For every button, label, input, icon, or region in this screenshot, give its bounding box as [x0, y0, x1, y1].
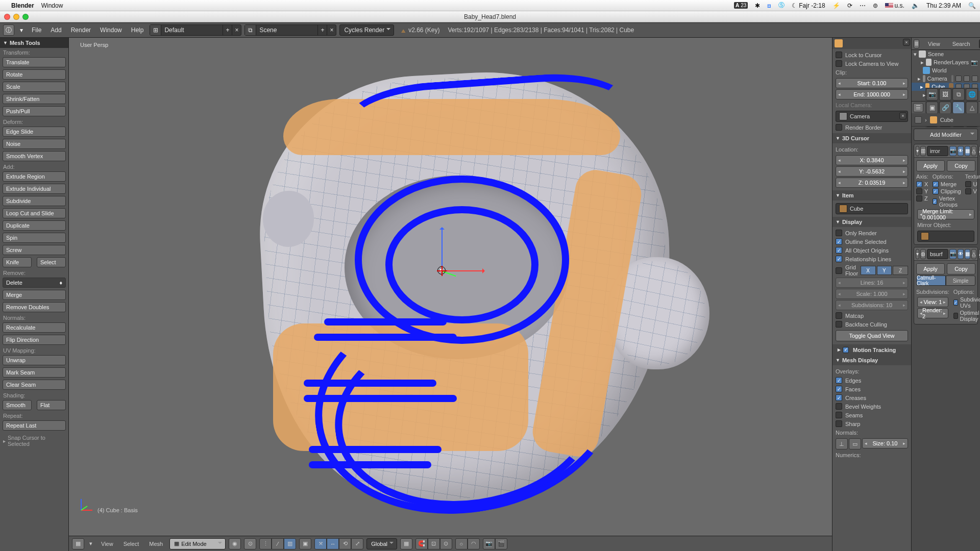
- adobe-updater-icon[interactable]: A 23: [734, 2, 748, 9]
- layers-icon[interactable]: ▦: [400, 538, 412, 549]
- header-collapse-icon[interactable]: ▾: [17, 24, 26, 36]
- loop-cut-button[interactable]: Loop Cut and Slide: [3, 208, 66, 218]
- push-pull-button[interactable]: Push/Pull: [3, 106, 66, 116]
- prayer-times-icon[interactable]: ☾ Fajr -2:18: [792, 2, 825, 9]
- opengl-anim-icon[interactable]: 🎬: [495, 538, 507, 549]
- subdivide-button[interactable]: Subdivide: [3, 196, 66, 206]
- axis-y-toggle[interactable]: Y: [877, 266, 892, 275]
- vertex-normal-icon[interactable]: ⊥: [836, 438, 848, 449]
- cursor-z-field[interactable]: ◂Z: 0.03519▸: [836, 178, 908, 188]
- 3d-cursor-panel-header[interactable]: 3D Cursor: [832, 133, 911, 143]
- only-render-checkbox[interactable]: [836, 230, 842, 236]
- outliner-row-world[interactable]: World: [912, 66, 980, 74]
- editor-type-3dview-icon[interactable]: ▦: [72, 538, 84, 549]
- recalculate-normals-button[interactable]: Recalculate: [3, 322, 66, 333]
- axis-z-toggle[interactable]: Z: [893, 266, 908, 275]
- modifiers-tab-icon[interactable]: 🔧: [952, 102, 965, 114]
- orientation-dropdown[interactable]: Global: [366, 538, 397, 549]
- header-collapse-icon[interactable]: ▾: [87, 538, 94, 549]
- opengl-render-icon[interactable]: 📷: [483, 538, 495, 549]
- mirror-z-checkbox[interactable]: [916, 195, 922, 202]
- scene-name[interactable]: Scene: [256, 27, 317, 34]
- editor-type-info-icon[interactable]: ⓘ: [3, 24, 14, 36]
- select-menu[interactable]: Select: [120, 541, 143, 547]
- render-visibility-icon[interactable]: 📷: [949, 249, 957, 259]
- renderlayers-tab-icon[interactable]: 🖼: [939, 88, 951, 101]
- pin-icon[interactable]: [915, 116, 922, 123]
- objectdata-tab-icon[interactable]: △: [966, 102, 978, 114]
- render-menu[interactable]: Render: [68, 27, 94, 34]
- view-menu[interactable]: View: [97, 541, 117, 547]
- edge-slide-button[interactable]: Edge Slide: [3, 127, 66, 137]
- smooth-vertex-button[interactable]: Smooth Vertex: [3, 151, 66, 161]
- input-source-icon[interactable]: u.s.: [885, 2, 904, 9]
- sync-icon[interactable]: ⋯: [860, 2, 866, 9]
- editmode-visibility-icon[interactable]: ▦: [965, 146, 970, 156]
- clipping-checkbox[interactable]: ✓: [933, 188, 939, 194]
- constraints-tab-icon[interactable]: 🔗: [939, 102, 951, 114]
- normal-size-field[interactable]: ◂Size: 0.10▸: [862, 438, 908, 448]
- mode-dropdown[interactable]: ▦ Edit Mode: [169, 538, 226, 549]
- render-border-checkbox[interactable]: [836, 124, 842, 131]
- scene-tab-icon[interactable]: ⧉: [952, 88, 965, 101]
- edges-checkbox[interactable]: ✓: [836, 377, 842, 384]
- modifier-name-field[interactable]: bsurf: [927, 249, 948, 259]
- snap-target-icon[interactable]: ⊙: [440, 538, 452, 549]
- axis-x-toggle[interactable]: X: [861, 266, 876, 275]
- vertex-select-button[interactable]: ⋮: [259, 538, 272, 549]
- visibility-icon[interactable]: [955, 76, 962, 82]
- backface-culling-checkbox[interactable]: [836, 321, 842, 328]
- outliner-search-menu[interactable]: Search: [949, 41, 974, 47]
- mirror-object-field[interactable]: [917, 231, 974, 242]
- toggle-quad-view-button[interactable]: Toggle Quad View: [836, 330, 908, 341]
- merge-checkbox[interactable]: ✓: [933, 181, 939, 187]
- flip-normals-button[interactable]: Flip Direction: [3, 335, 66, 345]
- cursor-x-field[interactable]: ◂X: 0.3840▸: [836, 155, 908, 165]
- mesh-menu[interactable]: Mesh: [145, 541, 166, 547]
- clear-button[interactable]: ×: [903, 39, 910, 46]
- shade-smooth-button[interactable]: Smooth: [3, 400, 32, 410]
- optimal-display-checkbox[interactable]: [953, 313, 958, 319]
- layout-remove-button[interactable]: ×: [232, 25, 241, 35]
- power-icon[interactable]: ⚡: [832, 2, 840, 9]
- texture-v-checkbox[interactable]: [965, 188, 971, 194]
- manipulator-toggle[interactable]: ⤧: [314, 538, 327, 549]
- add-menu[interactable]: Add: [47, 27, 64, 34]
- duplicate-button[interactable]: Duplicate: [3, 220, 66, 231]
- editor-type-properties-icon[interactable]: ☰: [913, 103, 923, 112]
- mark-seam-button[interactable]: Mark Seam: [3, 367, 66, 378]
- lock-camera-checkbox[interactable]: [836, 60, 842, 67]
- knife-button[interactable]: Knife: [3, 257, 32, 267]
- realtime-visibility-icon[interactable]: 👁: [958, 249, 964, 259]
- mirror-y-checkbox[interactable]: [916, 188, 922, 194]
- merge-limit-field[interactable]: ◂Merge Limit: 0.001000▸: [917, 209, 974, 219]
- matcap-checkbox[interactable]: [836, 312, 842, 319]
- 3d-viewport[interactable]: User Persp: [69, 38, 832, 536]
- motion-tracking-panel-header[interactable]: ▸ ✓ Motion Tracking: [832, 344, 911, 355]
- pivot-point-icon[interactable]: ⊙: [244, 538, 256, 549]
- item-name-field[interactable]: Cube: [836, 203, 908, 214]
- cursor-y-field[interactable]: ◂Y: -0.5632▸: [836, 166, 908, 177]
- texture-u-checkbox[interactable]: [965, 181, 971, 187]
- 3d-cursor-icon[interactable]: [437, 266, 446, 274]
- clock[interactable]: Thu 2:39 AM: [926, 2, 961, 9]
- sharp-checkbox[interactable]: [836, 420, 842, 427]
- editor-type-outliner-icon[interactable]: ≣: [914, 39, 919, 48]
- time-machine-icon[interactable]: ⟳: [847, 2, 852, 9]
- snap-element-icon[interactable]: ⊡: [428, 538, 440, 549]
- dropbox-icon[interactable]: ⧈: [767, 2, 771, 9]
- rotate-manipulator[interactable]: ⟲: [339, 538, 351, 549]
- screw-button[interactable]: Screw: [3, 245, 66, 255]
- scene-remove-button[interactable]: ×: [327, 25, 336, 35]
- face-select-button[interactable]: ▥: [284, 538, 296, 549]
- display-panel-header[interactable]: Display: [832, 217, 911, 227]
- face-normal-icon[interactable]: ▭: [849, 438, 861, 449]
- viewport-shading-icon[interactable]: ◉: [229, 538, 241, 549]
- mirror-apply-button[interactable]: Apply: [916, 160, 945, 171]
- scene-browse-icon[interactable]: ⧉: [245, 25, 256, 35]
- catmull-clark-button[interactable]: Catmull-Clark: [916, 276, 946, 286]
- file-menu[interactable]: File: [29, 27, 44, 34]
- help-menu[interactable]: Help: [128, 27, 147, 34]
- render-subdivisions-field[interactable]: ◂Render: 2▸: [917, 308, 948, 318]
- simple-button[interactable]: Simple: [946, 276, 975, 286]
